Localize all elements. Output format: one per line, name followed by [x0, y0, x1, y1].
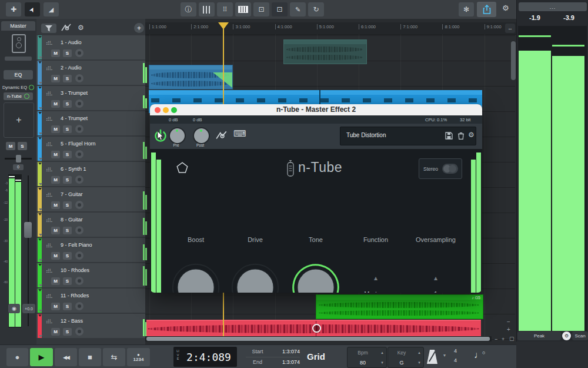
- track-name[interactable]: 3 - Trumpet: [61, 90, 88, 96]
- track-mute-button[interactable]: M: [51, 328, 60, 336]
- grid-mode-button[interactable]: Grid: [307, 352, 325, 362]
- track-caret-icon[interactable]: [38, 163, 42, 165]
- track-expand-icon[interactable]: [39, 57, 42, 59]
- master-solo-button[interactable]: S: [18, 142, 27, 150]
- track-row[interactable]: ⣴⣆4 - TrumpetMS: [36, 111, 145, 135]
- surround-pan-button[interactable]: ⠿: [217, 2, 233, 16]
- zoom-button[interactable]: [171, 107, 177, 113]
- record-button[interactable]: ●: [6, 348, 28, 366]
- track-mute-button[interactable]: M: [51, 277, 60, 285]
- track-caret-icon[interactable]: [38, 137, 42, 140]
- add-effect-button[interactable]: +: [4, 102, 34, 138]
- pan-slider-handle[interactable]: [16, 155, 21, 163]
- track-row[interactable]: ⣴⣆2 - AudioMS: [36, 61, 145, 85]
- close-button[interactable]: [155, 107, 161, 113]
- track-filter-button[interactable]: [41, 24, 56, 33]
- routing-button[interactable]: ✻: [459, 2, 474, 16]
- ruler-expand-button[interactable]: ↔: [505, 24, 515, 33]
- peak-mode-button[interactable]: Peak: [517, 331, 561, 340]
- track-record-button[interactable]: [75, 150, 83, 158]
- plugin-window[interactable]: n-Tube - Master Effect 2 0 dB 0 dB CPU: …: [150, 104, 482, 293]
- master-gain-value[interactable]: +0.0: [22, 304, 35, 313]
- track-record-button[interactable]: [75, 327, 83, 336]
- automation-button[interactable]: [61, 23, 72, 34]
- power-icon[interactable]: [24, 94, 29, 99]
- metronome-menu-icon[interactable]: ▾: [443, 353, 446, 358]
- track-name[interactable]: 8 - Guitar: [61, 217, 83, 223]
- track-color-strip[interactable]: [38, 187, 42, 211]
- track-solo-button[interactable]: S: [63, 100, 72, 108]
- track-record-button[interactable]: [75, 49, 83, 57]
- cursor-tool-button[interactable]: ➤: [25, 2, 40, 16]
- track-caret-icon[interactable]: [38, 264, 42, 266]
- track-color-strip[interactable]: [38, 289, 42, 313]
- stop-button[interactable]: ■: [79, 348, 101, 366]
- track-name[interactable]: 10 - Rhodes: [61, 267, 89, 273]
- ntube-effect[interactable]: n-Tube: [4, 92, 33, 100]
- track-caret-icon[interactable]: [38, 188, 42, 190]
- track-record-button[interactable]: [75, 125, 83, 133]
- bpm-down-icon[interactable]: ▾: [378, 360, 386, 365]
- track-solo-button[interactable]: S: [63, 277, 72, 285]
- track-color-strip[interactable]: [38, 162, 42, 186]
- timeline-zoom-in[interactable]: +: [502, 336, 505, 342]
- sync-button[interactable]: ↻: [308, 2, 324, 16]
- loop-button[interactable]: ⇆: [103, 348, 125, 366]
- key-down-icon[interactable]: ▾: [415, 360, 423, 365]
- audio-clip-track1[interactable]: [283, 39, 367, 64]
- vertical-zoom-out[interactable]: −: [507, 319, 510, 325]
- audio-clip-track11[interactable]: ♪ G5: [316, 294, 483, 319]
- track-record-button[interactable]: [75, 226, 83, 234]
- track-mute-button[interactable]: M: [51, 252, 60, 260]
- track-row[interactable]: ⣴⣆7 - GuitarMS: [36, 187, 145, 211]
- playhead-handle[interactable]: [218, 22, 229, 29]
- metronome-count-button[interactable]: ● 1234: [127, 348, 150, 366]
- track-color-strip[interactable]: [38, 213, 42, 237]
- scan-button[interactable]: Scan: [572, 331, 588, 340]
- track-expand-icon[interactable]: [39, 310, 42, 312]
- track-color-strip[interactable]: [38, 238, 42, 262]
- track-mute-button[interactable]: M: [51, 176, 60, 184]
- track-caret-icon[interactable]: [38, 314, 42, 317]
- vertical-zoom-in[interactable]: +: [507, 326, 510, 333]
- function-up-button[interactable]: ▴: [358, 274, 393, 282]
- info-button[interactable]: ⓘ: [181, 2, 196, 16]
- track-record-button[interactable]: [75, 302, 83, 310]
- track-solo-button[interactable]: S: [63, 328, 72, 336]
- master-mute-button[interactable]: M: [6, 142, 15, 150]
- settings-gear-icon[interactable]: ⚙: [502, 4, 509, 12]
- track-mute-button[interactable]: M: [51, 100, 60, 108]
- track-record-button[interactable]: [75, 175, 83, 184]
- track-name[interactable]: 7 - Guitar: [61, 191, 83, 197]
- track-color-strip[interactable]: [38, 263, 42, 287]
- track-solo-button[interactable]: S: [63, 75, 72, 82]
- track-row[interactable]: ⣴⣆5 - Flugel HornMS: [36, 137, 145, 161]
- add-track-button[interactable]: +: [134, 23, 144, 33]
- track-solo-button[interactable]: S: [63, 151, 72, 158]
- horizontal-scrollbar-track[interactable]: [145, 336, 492, 342]
- horizontal-scrollbar-thumb[interactable]: [146, 337, 490, 341]
- track-expand-icon[interactable]: [39, 259, 42, 261]
- track-caret-icon[interactable]: [38, 112, 42, 114]
- track-settings-gear-icon[interactable]: ⚙: [78, 24, 84, 32]
- track-expand-icon[interactable]: [39, 82, 42, 84]
- track-row[interactable]: ⣴⣆11 - RhodesMS: [36, 289, 145, 313]
- track-mute-button[interactable]: M: [51, 125, 60, 133]
- master-mini-slider[interactable]: [5, 57, 32, 61]
- track-mute-button[interactable]: M: [51, 227, 60, 234]
- eq-button[interactable]: EQ: [4, 70, 33, 79]
- track-row[interactable]: ⣴⣆8 - GuitarMS: [36, 213, 145, 237]
- track-solo-button[interactable]: S: [63, 125, 72, 133]
- fullscreen-icon[interactable]: ▢: [509, 336, 514, 342]
- track-solo-button[interactable]: S: [63, 176, 72, 184]
- track-expand-icon[interactable]: [39, 234, 42, 236]
- track-solo-button[interactable]: S: [63, 49, 72, 57]
- track-name[interactable]: 4 - Trumpet: [61, 115, 88, 121]
- track-caret-icon[interactable]: [38, 238, 42, 241]
- effects-rack-button[interactable]: ⊡: [253, 2, 269, 16]
- metronome-icon[interactable]: [426, 349, 439, 364]
- track-mute-button[interactable]: M: [51, 303, 60, 310]
- power-icon[interactable]: [29, 85, 34, 90]
- oversampling-up-button[interactable]: ▴: [418, 274, 453, 282]
- fade-tool-button[interactable]: ◢: [44, 2, 59, 16]
